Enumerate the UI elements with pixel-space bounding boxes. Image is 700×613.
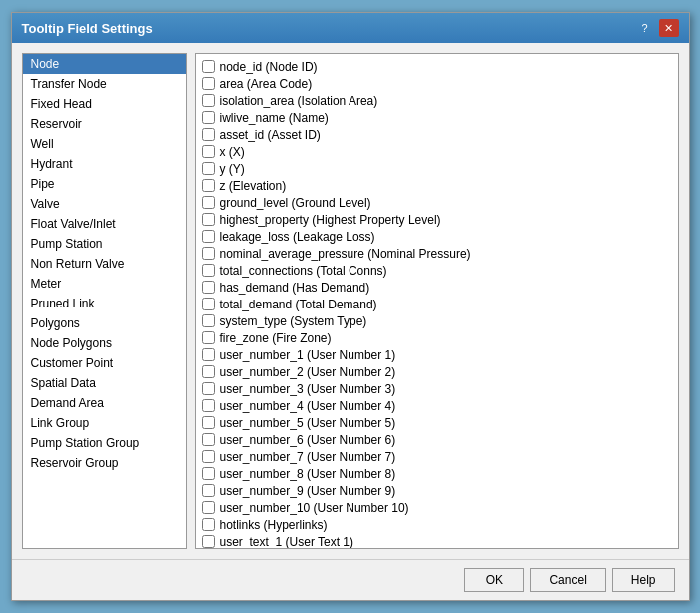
field-label-nominal_average_pressure: nominal_average_pressure (Nominal Pressu… [220, 247, 471, 261]
sidebar-item-hydrant[interactable]: Hydrant [23, 154, 186, 174]
sidebar-item-node-polygons[interactable]: Node Polygons [23, 333, 186, 353]
field-label-user_number_3: user_number_3 (User Number 3) [220, 382, 396, 396]
field-item-user_number_1[interactable]: user_number_1 (User Number 1) [196, 346, 678, 363]
field-item-user_text_1[interactable]: user_text_1 (User Text 1) [196, 533, 678, 549]
field-label-highest_property: highest_property (Highest Property Level… [220, 213, 441, 227]
sidebar-item-meter[interactable]: Meter [23, 274, 186, 294]
field-checkbox-user_number_8[interactable] [202, 467, 215, 480]
field-item-user_number_9[interactable]: user_number_9 (User Number 9) [196, 482, 678, 499]
sidebar-item-pump-station-group[interactable]: Pump Station Group [23, 433, 186, 453]
field-checkbox-leakage_loss[interactable] [202, 230, 215, 243]
sidebar-item-pump-station[interactable]: Pump Station [23, 234, 186, 254]
field-item-user_number_5[interactable]: user_number_5 (User Number 5) [196, 414, 678, 431]
sidebar-item-link-group[interactable]: Link Group [23, 413, 186, 433]
field-label-hotlinks: hotlinks (Hyperlinks) [220, 518, 328, 532]
field-item-asset_id[interactable]: asset_id (Asset ID) [196, 126, 678, 143]
close-title-button[interactable]: ✕ [659, 19, 679, 37]
ok-button[interactable]: OK [464, 568, 524, 592]
field-checkbox-nominal_average_pressure[interactable] [202, 247, 215, 260]
field-checkbox-asset_id[interactable] [202, 128, 215, 141]
field-label-total_demand: total_demand (Total Demand) [220, 298, 377, 311]
field-checkbox-user_number_9[interactable] [202, 484, 215, 497]
field-item-user_number_7[interactable]: user_number_7 (User Number 7) [196, 448, 678, 465]
dialog-title: Tooltip Field Settings [22, 21, 153, 36]
field-item-leakage_loss[interactable]: leakage_loss (Leakage Loss) [196, 228, 678, 245]
sidebar-item-float-valve/inlet[interactable]: Float Valve/Inlet [23, 214, 186, 234]
sidebar-item-valve[interactable]: Valve [23, 194, 186, 214]
field-checkbox-x[interactable] [202, 145, 215, 158]
field-checkbox-hotlinks[interactable] [202, 518, 215, 531]
field-checkbox-fire_zone[interactable] [202, 331, 215, 344]
field-item-user_number_6[interactable]: user_number_6 (User Number 6) [196, 431, 678, 448]
sidebar-item-pruned-link[interactable]: Pruned Link [23, 294, 186, 313]
field-item-user_number_3[interactable]: user_number_3 (User Number 3) [196, 380, 678, 397]
field-label-ground_level: ground_level (Ground Level) [220, 196, 371, 210]
field-item-node_id[interactable]: node_id (Node ID) [196, 58, 678, 75]
field-checkbox-node_id[interactable] [202, 60, 215, 73]
sidebar-item-customer-point[interactable]: Customer Point [23, 353, 186, 373]
field-checkbox-user_number_2[interactable] [202, 365, 215, 378]
field-label-user_number_7: user_number_7 (User Number 7) [220, 450, 396, 464]
field-checkbox-z[interactable] [202, 179, 215, 192]
field-item-ground_level[interactable]: ground_level (Ground Level) [196, 194, 678, 211]
dialog: Tooltip Field Settings ? ✕ NodeTransfer … [11, 12, 690, 601]
field-checkbox-user_number_5[interactable] [202, 416, 215, 429]
field-item-area[interactable]: area (Area Code) [196, 75, 678, 92]
sidebar-item-non-return-valve[interactable]: Non Return Valve [23, 254, 186, 274]
field-item-user_number_2[interactable]: user_number_2 (User Number 2) [196, 363, 678, 380]
field-checkbox-ground_level[interactable] [202, 196, 215, 209]
field-checkbox-has_demand[interactable] [202, 281, 215, 294]
field-checkbox-total_demand[interactable] [202, 298, 215, 310]
field-checkbox-isolation_area[interactable] [202, 94, 215, 107]
field-checkbox-user_number_6[interactable] [202, 433, 215, 446]
sidebar-item-reservoir-group[interactable]: Reservoir Group [23, 453, 186, 473]
field-item-x[interactable]: x (X) [196, 143, 678, 160]
sidebar-item-polygons[interactable]: Polygons [23, 313, 186, 333]
help-button[interactable]: Help [612, 568, 675, 592]
field-item-iwlive_name[interactable]: iwlive_name (Name) [196, 109, 678, 126]
field-checkbox-system_type[interactable] [202, 314, 215, 327]
field-label-x: x (X) [220, 145, 245, 159]
sidebar-item-demand-area[interactable]: Demand Area [23, 393, 186, 413]
field-checkbox-user_number_3[interactable] [202, 382, 215, 395]
field-item-y[interactable]: y (Y) [196, 160, 678, 177]
title-bar: Tooltip Field Settings ? ✕ [12, 13, 689, 43]
sidebar-item-spatial-data[interactable]: Spatial Data [23, 373, 186, 393]
cancel-button[interactable]: Cancel [530, 568, 605, 592]
right-panel: node_id (Node ID)area (Area Code)isolati… [195, 53, 679, 549]
sidebar-item-transfer-node[interactable]: Transfer Node [23, 74, 186, 94]
field-item-total_demand[interactable]: total_demand (Total Demand) [196, 296, 678, 312]
field-label-user_number_1: user_number_1 (User Number 1) [220, 348, 396, 362]
sidebar-item-well[interactable]: Well [23, 134, 186, 154]
sidebar-item-reservoir[interactable]: Reservoir [23, 114, 186, 134]
sidebar-item-pipe[interactable]: Pipe [23, 174, 186, 194]
field-item-z[interactable]: z (Elevation) [196, 177, 678, 194]
field-checkbox-iwlive_name[interactable] [202, 111, 215, 124]
field-item-has_demand[interactable]: has_demand (Has Demand) [196, 279, 678, 296]
field-checkbox-user_text_1[interactable] [202, 535, 215, 548]
field-item-user_number_4[interactable]: user_number_4 (User Number 4) [196, 397, 678, 414]
field-item-system_type[interactable]: system_type (System Type) [196, 312, 678, 329]
field-checkbox-user_number_4[interactable] [202, 399, 215, 412]
field-checkbox-total_connections[interactable] [202, 264, 215, 277]
field-item-user_number_8[interactable]: user_number_8 (User Number 8) [196, 465, 678, 482]
field-item-isolation_area[interactable]: isolation_area (Isolation Area) [196, 92, 678, 109]
field-item-highest_property[interactable]: highest_property (Highest Property Level… [196, 211, 678, 228]
field-item-fire_zone[interactable]: fire_zone (Fire Zone) [196, 329, 678, 346]
field-checkbox-highest_property[interactable] [202, 213, 215, 226]
field-checkbox-y[interactable] [202, 162, 215, 175]
field-checkbox-user_number_1[interactable] [202, 348, 215, 361]
sidebar-item-node[interactable]: Node [23, 54, 186, 74]
field-item-nominal_average_pressure[interactable]: nominal_average_pressure (Nominal Pressu… [196, 245, 678, 262]
sidebar-item-fixed-head[interactable]: Fixed Head [23, 94, 186, 114]
field-item-total_connections[interactable]: total_connections (Total Conns) [196, 262, 678, 279]
field-label-user_number_10: user_number_10 (User Number 10) [220, 501, 409, 515]
help-title-button[interactable]: ? [635, 19, 655, 37]
field-item-hotlinks[interactable]: hotlinks (Hyperlinks) [196, 516, 678, 533]
field-item-user_number_10[interactable]: user_number_10 (User Number 10) [196, 499, 678, 516]
field-checkbox-area[interactable] [202, 77, 215, 90]
field-checkbox-user_number_7[interactable] [202, 450, 215, 463]
field-checkbox-user_number_10[interactable] [202, 501, 215, 514]
field-label-iwlive_name: iwlive_name (Name) [220, 111, 329, 125]
dialog-footer: OK Cancel Help [12, 559, 689, 600]
